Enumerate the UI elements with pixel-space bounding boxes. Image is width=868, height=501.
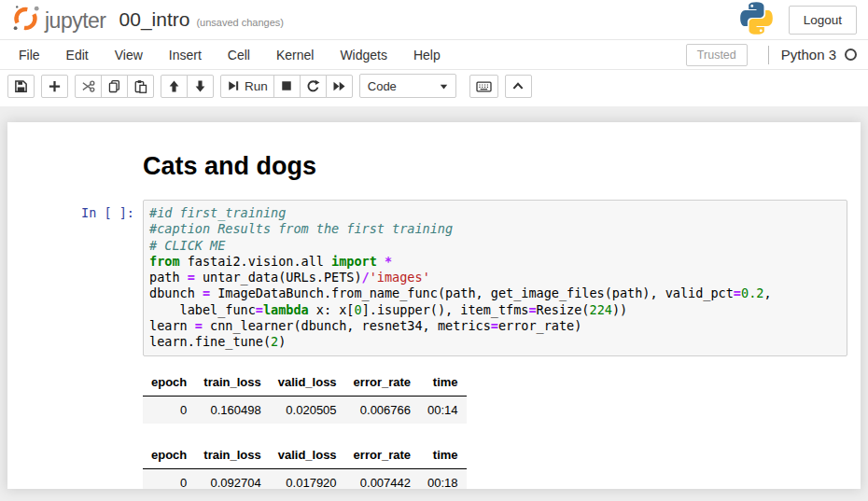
interrupt-kernel-button[interactable] — [273, 75, 301, 98]
code-line: path = untar_data(URLs.PETS)/'images' — [149, 270, 841, 285]
command-palette-button[interactable] — [469, 75, 498, 98]
column-header: epoch — [143, 369, 195, 397]
copy-icon — [107, 79, 121, 93]
fast-forward-icon — [332, 79, 346, 93]
code-line: #id first_training — [149, 205, 841, 221]
python-logo-icon — [739, 1, 774, 39]
restart-kernel-button[interactable] — [300, 75, 327, 98]
code-line: dbunch = ImageDataBunch.from_name_func(p… — [149, 285, 841, 301]
move-cell-down-button[interactable] — [187, 75, 214, 98]
cell-type-dropdown[interactable]: Code — [359, 74, 456, 98]
menu-item-cell[interactable]: Cell — [215, 40, 263, 69]
code-line: learn.fine_tune(2) — [149, 334, 841, 350]
table-cell: 0.006766 — [345, 396, 419, 424]
stop-icon — [280, 79, 293, 92]
markdown-heading: Cats and dogs — [143, 152, 861, 181]
save-button[interactable] — [7, 75, 35, 98]
trusted-button[interactable]: Trusted — [686, 44, 748, 66]
restart-kernel-icon — [306, 79, 320, 93]
toolbar: Run Code — [0, 70, 868, 106]
code-cell: In [ ]: #id first_training#caption Resul… — [7, 200, 861, 356]
table-cell: 00:18 — [419, 468, 467, 489]
menu-item-widgets[interactable]: Widgets — [327, 40, 400, 69]
table-cell: 0 — [143, 396, 195, 424]
menu-item-view[interactable]: View — [102, 40, 156, 69]
training-results-table: epochtrain_lossvalid_losserror_ratetime0… — [143, 369, 467, 424]
caret-down-icon — [440, 79, 448, 93]
column-header: time — [419, 369, 467, 397]
add-cell-below-button[interactable] — [41, 75, 68, 98]
table-cell: 0 — [143, 468, 195, 489]
cut-icon — [81, 79, 95, 93]
markdown-cell[interactable]: Cats and dogs — [7, 152, 861, 181]
chevron-up-icon — [511, 80, 525, 91]
column-header: valid_loss — [270, 441, 345, 469]
app-chrome: jupyter 00_intro (unsaved changes) Logou… — [0, 0, 868, 106]
divider — [768, 46, 769, 64]
table-cell: 0.007442 — [345, 468, 419, 489]
kernel-name: Python 3 — [781, 47, 836, 63]
output-area: epochtrain_lossvalid_losserror_ratetime0… — [143, 356, 861, 489]
code-line: from fastai2.vision.all import * — [149, 254, 841, 270]
column-header: valid_loss — [270, 369, 345, 397]
move-cell-down-icon — [193, 79, 207, 93]
column-header: train_loss — [195, 369, 269, 397]
column-header: error_rate — [345, 441, 419, 469]
table-cell: 00:14 — [419, 396, 467, 424]
header: jupyter 00_intro (unsaved changes) Logou… — [0, 0, 868, 39]
add-cell-icon — [48, 79, 62, 93]
step-forward-icon — [227, 79, 240, 92]
training-results-table: epochtrain_lossvalid_losserror_ratetime0… — [143, 441, 467, 489]
table-cell: 0.017920 — [270, 468, 345, 489]
cell-type-value: Code — [368, 79, 397, 93]
paste-icon — [133, 79, 147, 93]
save-icon — [14, 79, 28, 93]
autosave-status: (unsaved changes) — [196, 17, 284, 28]
kernel-idle-indicator-icon — [845, 49, 857, 61]
move-cell-up-button[interactable] — [161, 75, 188, 98]
column-header: train_loss — [195, 441, 269, 469]
menubar-items: FileEditViewInsertCellKernelWidgetsHelp — [6, 40, 454, 69]
input-prompt: In [ ]: — [7, 200, 143, 356]
table-cell: 0.020505 — [270, 396, 345, 424]
code-line: learn = cnn_learner(dbunch, resnet34, me… — [149, 318, 841, 334]
menu-item-kernel[interactable]: Kernel — [263, 40, 327, 69]
logout-button[interactable]: Logout — [789, 6, 857, 35]
column-header: epoch — [143, 441, 195, 469]
jupyter-logo-icon — [11, 4, 40, 36]
column-header: error_rate — [345, 369, 419, 397]
notebook-site: Cats and dogs In [ ]: #id first_training… — [0, 106, 868, 489]
jupyter-logo[interactable]: jupyter — [11, 4, 106, 36]
code-editor[interactable]: #id first_training#caption Results from … — [143, 200, 847, 356]
code-line: #caption Results from the first training — [149, 221, 841, 237]
scroll-up-button[interactable] — [505, 75, 532, 98]
code-line: label_func=lambda x: x[0].isupper(), ite… — [149, 302, 841, 318]
menubar: FileEditViewInsertCellKernelWidgetsHelp … — [0, 39, 868, 70]
menu-item-insert[interactable]: Insert — [156, 40, 215, 69]
move-cell-up-icon — [167, 79, 181, 93]
restart-run-all-button[interactable] — [326, 75, 353, 98]
table-cell: 0.092704 — [195, 468, 269, 489]
menu-item-file[interactable]: File — [6, 40, 53, 69]
cut-cell-button[interactable] — [75, 75, 102, 98]
run-button-label: Run — [245, 79, 268, 93]
paste-cell-button[interactable] — [127, 75, 154, 98]
copy-cell-button[interactable] — [101, 75, 128, 98]
notebook-container: Cats and dogs In [ ]: #id first_training… — [7, 122, 861, 489]
table-cell: 0.160498 — [195, 396, 269, 424]
run-cell-button[interactable]: Run — [220, 75, 274, 98]
column-header: time — [419, 441, 467, 469]
jupyter-wordmark: jupyter — [45, 8, 106, 34]
menu-item-edit[interactable]: Edit — [53, 40, 102, 69]
table-row: 00.0927040.0179200.00744200:18 — [143, 468, 467, 489]
table-row: 00.1604980.0205050.00676600:14 — [143, 396, 467, 424]
menu-item-help[interactable]: Help — [400, 40, 454, 69]
keyboard-icon — [476, 79, 492, 93]
code-line: # CLICK ME — [149, 238, 841, 254]
notebook-title[interactable]: 00_intro — [119, 8, 190, 31]
